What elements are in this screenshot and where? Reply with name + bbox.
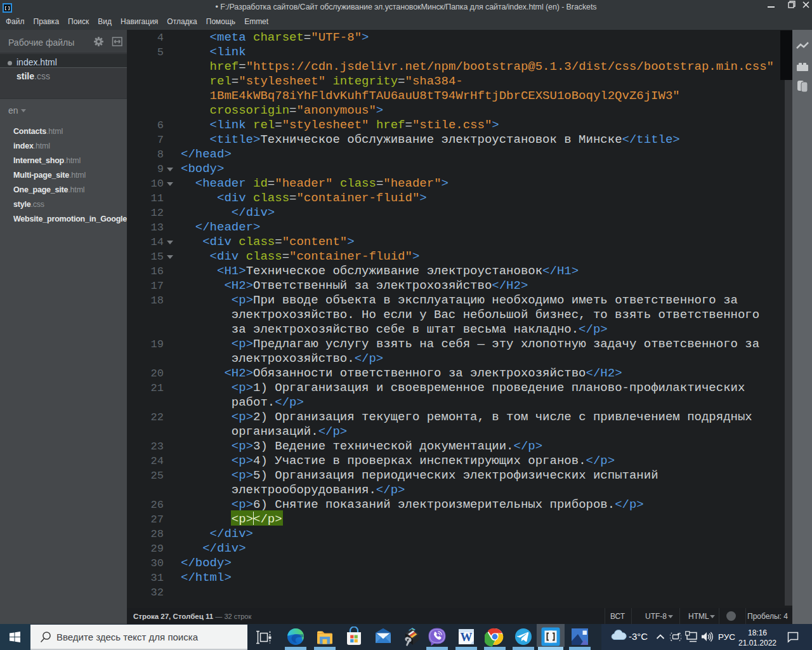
svg-text:W: W: [461, 630, 473, 644]
